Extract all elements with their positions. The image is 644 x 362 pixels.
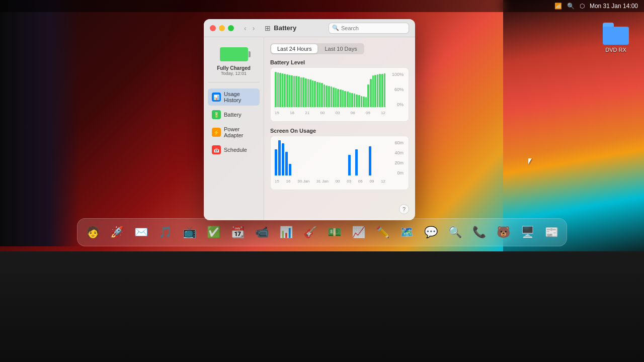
screen-on-section: Screen On Usage 60m 40m 20m 0m 15 — [270, 128, 409, 190]
power-adapter-icon: ⚡ — [212, 128, 221, 137]
dock-icon-mail[interactable]: ✉️ — [130, 221, 152, 243]
battery-chart-area: 100% 60% 0% 15 18 21 00 03 06 09 1 — [275, 72, 405, 117]
search-input[interactable] — [341, 25, 406, 31]
battery-y-0: 0% — [397, 102, 404, 107]
battery-bar — [300, 77, 302, 108]
usage-y-0: 0m — [397, 170, 404, 175]
window-titlebar: ‹ › ⊞ Battery 🔍 — [204, 19, 415, 37]
sidebar-item-power-adapter-label: Power Adapter — [224, 126, 256, 138]
window-nav: ‹ › — [242, 23, 257, 33]
usage-bar — [275, 149, 277, 176]
usage-bar — [289, 164, 291, 175]
dock-icon-music[interactable]: 🎵 — [154, 221, 176, 243]
battery-bar — [367, 84, 369, 108]
battery-bar — [344, 91, 346, 107]
usage-x-15: 15 — [275, 179, 279, 184]
window-close-button[interactable] — [210, 25, 216, 31]
battery-bar — [314, 81, 316, 107]
dock-icon-news[interactable]: 📰 — [540, 221, 562, 243]
battery-bar — [331, 86, 333, 107]
battery-bar — [282, 73, 284, 107]
desktop-icon-label: DVD RX — [605, 47, 626, 53]
usage-x-labels: 15 16 30 Jan 31 Jan 00 03 06 09 12 — [275, 176, 385, 186]
folder-icon — [603, 23, 629, 45]
menubar-wifi-icon[interactable]: 📶 — [554, 3, 562, 10]
main-content: Last 24 Hours Last 10 Days Battery Level… — [264, 37, 415, 220]
battery-bar — [370, 79, 372, 107]
help-button[interactable]: ? — [399, 204, 409, 214]
schedule-icon: 📅 — [212, 145, 221, 154]
battery-x-18: 18 — [290, 111, 294, 115]
traffic-lights — [210, 25, 234, 31]
battery-bar — [298, 76, 300, 107]
nav-forward-button[interactable]: › — [251, 23, 257, 33]
dock-icon-tv[interactable]: 📺 — [178, 221, 200, 243]
battery-bar — [340, 89, 342, 107]
sidebar-item-battery-label: Battery — [224, 112, 242, 118]
sidebar-item-schedule[interactable]: 📅 Schedule — [208, 143, 260, 157]
battery-bar — [309, 79, 311, 107]
dock-icon-garageband[interactable]: 🎸 — [299, 221, 321, 243]
window-title-area: ⊞ Battery — [265, 24, 296, 32]
dock-icon-phone[interactable]: 📞 — [468, 221, 490, 243]
dock-icon-launchpad[interactable]: 🚀 — [106, 221, 128, 243]
window-maximize-button[interactable] — [228, 25, 234, 31]
folder-body — [603, 27, 629, 45]
dock-icon-finder[interactable]: 🧑 — [82, 221, 104, 243]
usage-y-40: 40m — [394, 150, 404, 155]
dock-icon-spotlight[interactable]: 🔍 — [444, 221, 466, 243]
dock-icon-maps[interactable]: 🗺️ — [395, 221, 418, 243]
battery-time-label: Today, 12:01 — [221, 71, 247, 76]
sidebar-item-power-adapter[interactable]: ⚡ Power Adapter — [208, 124, 260, 141]
tab-last-10-days[interactable]: Last 10 Days — [318, 44, 363, 53]
battery-bars-area — [275, 72, 385, 107]
grid-icon: ⊞ — [265, 24, 271, 32]
battery-bar — [374, 75, 376, 107]
dock-icon-calendar[interactable]: 📆 — [226, 221, 249, 243]
usage-history-icon: 📊 — [212, 93, 221, 102]
dock-icon-reminders[interactable]: ✅ — [202, 221, 224, 243]
dock-icon-facetime[interactable]: 📹 — [251, 221, 273, 243]
window-minimize-button[interactable] — [219, 25, 225, 31]
battery-bar — [326, 85, 328, 107]
battery-bar — [356, 95, 358, 107]
battery-x-15: 15 — [275, 111, 279, 115]
dock-icon-money[interactable]: 💵 — [323, 221, 345, 243]
battery-y-100: 100% — [392, 72, 404, 77]
usage-bars-container — [275, 140, 405, 175]
dock-icon-messages[interactable]: 💬 — [420, 221, 442, 243]
battery-bar — [291, 75, 293, 107]
usage-bar — [348, 155, 351, 175]
menubar-search-icon[interactable]: 🔍 — [567, 3, 575, 10]
battery-bar — [302, 77, 304, 107]
battery-bar — [316, 82, 318, 107]
search-icon: 🔍 — [332, 25, 339, 31]
dock-icon-numbers[interactable]: 📊 — [275, 221, 297, 243]
usage-x-12: 12 — [381, 179, 385, 184]
window-body: Fully Charged Today, 12:01 📊 Usage Histo… — [204, 37, 415, 220]
battery-status-widget: Fully Charged Today, 12:01 — [208, 43, 260, 82]
battery-bars — [275, 72, 385, 107]
usage-x-00: 00 — [336, 179, 340, 184]
battery-bar — [321, 83, 323, 107]
nav-back-button[interactable]: ‹ — [242, 23, 249, 33]
desktop-icon-dvdrx[interactable]: DVD RX — [603, 23, 629, 53]
battery-x-12: 12 — [381, 111, 385, 115]
dock-icon-terminal[interactable]: 🖥️ — [516, 221, 538, 243]
battery-bar — [379, 74, 381, 107]
battery-x-labels: 15 18 21 00 03 06 09 12 — [275, 108, 385, 117]
tab-last-24-hours[interactable]: Last 24 Hours — [271, 44, 317, 53]
dock-icon-pages[interactable]: ✏️ — [371, 221, 393, 243]
battery-bar — [349, 93, 351, 107]
time-tabs: Last 24 Hours Last 10 Days — [270, 43, 364, 54]
search-bar[interactable]: 🔍 — [329, 23, 409, 34]
dock-icon-stocks[interactable]: 📈 — [347, 221, 369, 243]
sidebar-item-usage-history[interactable]: 📊 Usage History — [208, 88, 260, 106]
dock-icon-bear[interactable]: 🐻 — [492, 221, 514, 243]
battery-bar — [365, 97, 367, 107]
sidebar: Fully Charged Today, 12:01 📊 Usage Histo… — [204, 37, 264, 220]
menubar-control-center-icon[interactable]: ⬡ — [580, 3, 585, 10]
sidebar-item-battery[interactable]: 🔋 Battery — [208, 108, 260, 122]
battery-status-label: Fully Charged — [217, 65, 251, 71]
battery-bar — [289, 75, 291, 107]
